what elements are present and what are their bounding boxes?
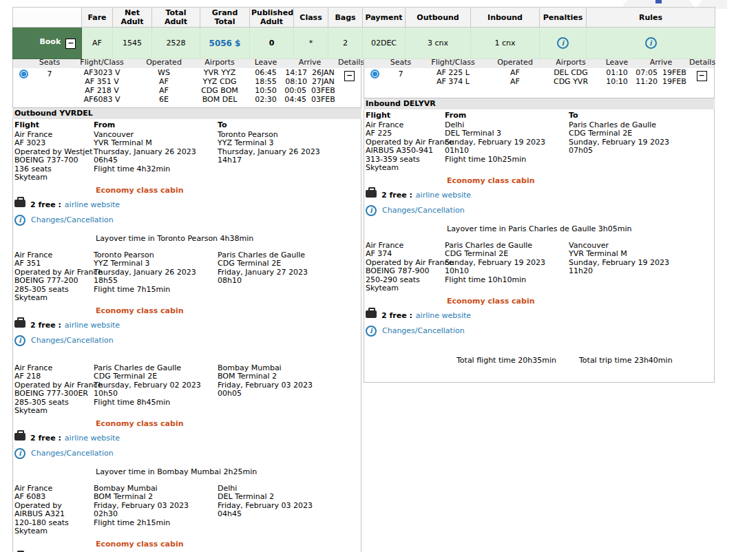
- baggage-allowance: 2 free :: [381, 311, 412, 320]
- info-icon: [14, 335, 25, 346]
- flight-segment: Air France AF 6083 Operated by AIRBUS A3…: [14, 485, 361, 552]
- flight-leg-row: 7 AF 225 L AF DEL CDG 01:10 07:05 19FEB: [364, 68, 714, 77]
- col-header-fare: Fare: [82, 8, 113, 28]
- collapse-fare-icon[interactable]: [65, 39, 76, 49]
- outbound-itinerary-radio[interactable]: [19, 70, 28, 78]
- inbound-flights-box: Seats Flight/Class Operated Airports Lea…: [364, 55, 715, 98]
- cabin-class-label: Economy class cabin: [96, 306, 361, 315]
- segment-flight-info: Air France AF 351 Operated by Air France…: [14, 251, 94, 303]
- inbound-panel: InboundSunday, February 19 2023 Seats Fl…: [364, 44, 715, 383]
- inbound-flights-table: Seats Flight/Class Operated Airports Lea…: [364, 56, 714, 86]
- outbound-section-title: Outbound YVRDEL: [12, 108, 361, 119]
- airline-website-link[interactable]: airline website: [416, 311, 471, 320]
- baggage-icon: [14, 200, 25, 207]
- col-header-payment: Payment: [363, 8, 406, 28]
- changes-cancellation-link[interactable]: Changes/Cancellation: [382, 206, 465, 215]
- flight-leg-row: AF6083 V 6E BOM DEL 02:30 04:45 03FEB: [13, 95, 361, 104]
- total-trip-time: Total trip time 23h40min: [579, 356, 673, 365]
- airline-website-link[interactable]: airline website: [65, 200, 120, 209]
- seats-value: 7: [385, 68, 417, 86]
- outbound-flights-table: Seats Flight/Class Operated Airports Lea…: [13, 56, 361, 104]
- segment-to-info: Paris Charles de Gaulle CDG Terminal 2E …: [569, 121, 714, 156]
- flight-leg-row: AF 374 L AF CDG YVR 10:10 11:20 19FEB: [364, 77, 714, 86]
- col-header-grand-total: Grand Total: [200, 8, 250, 28]
- flight-leg-row: 7 AF3023 V WS YVR YYZ 06:45 14:17 26JAN: [13, 68, 361, 77]
- changes-cancellation-link[interactable]: Changes/Cancellation: [382, 326, 465, 335]
- changes-cancellation-link[interactable]: Changes/Cancellation: [31, 336, 114, 345]
- info-icon: [366, 205, 377, 216]
- class-value: *: [294, 28, 328, 59]
- layover-note: Layover time in Bombay Mumbai 2h25min: [96, 467, 361, 476]
- cabin-class-label: Economy class cabin: [96, 419, 361, 428]
- grand-total-value[interactable]: 5056 $: [200, 28, 250, 59]
- flight-leg-row: AF 218 V AF CDG BOM 10:50 00:05 03FEB: [13, 86, 361, 95]
- baggage-allowance: 2 free :: [30, 321, 61, 330]
- book-button[interactable]: Book: [13, 28, 82, 59]
- col-header-net-adult: Net Adult: [113, 8, 152, 28]
- flight-segment: Air France AF 225 Operated by Air France…: [366, 121, 714, 233]
- outbound-flights-box: Seats Flight/Class Operated Airports Lea…: [12, 55, 361, 108]
- flight-segment: Air France AF 3023 Operated by Westjet B…: [14, 131, 361, 243]
- cabin-class-label: Economy class cabin: [96, 186, 361, 195]
- outbound-collapse-details-icon[interactable]: [344, 71, 355, 81]
- airline-website-link[interactable]: airline website: [65, 434, 120, 443]
- outbound-panel: OutboundThursday, January 26 2023 Seats …: [12, 44, 361, 552]
- seats-value: 7: [34, 68, 65, 104]
- outbound-details: Flight From To Air France AF 3023 Operat…: [12, 119, 361, 552]
- fare-results-page: Fare Net Adult Total Adult Grand Total P…: [0, 0, 756, 552]
- baggage-icon: [366, 190, 377, 198]
- segment-flight-info: Air France AF 225 Operated by Air France…: [366, 121, 445, 173]
- segment-from-info: Delhi DEL Terminal 3 Sunday, February 19…: [445, 121, 569, 164]
- col-header-outbound: Outbound: [406, 8, 471, 28]
- info-icon: [14, 215, 25, 226]
- col-header-penalties: Penalties: [540, 8, 587, 28]
- segment-flight-info: Air France AF 6083 Operated by AIRBUS A3…: [14, 485, 94, 536]
- info-icon: [14, 448, 25, 459]
- segment-flight-info: Air France AF 374 Operated by Air France…: [366, 242, 445, 293]
- info-icon: [366, 326, 377, 337]
- total-adult-value: 2528: [152, 28, 200, 59]
- cabin-class-label: Economy class cabin: [96, 540, 361, 549]
- layover-note: Layover time in Paris Charles de Gaulle …: [447, 224, 714, 233]
- segment-flight-info: Air France AF 3023 Operated by Westjet B…: [14, 131, 94, 182]
- total-flight-time: Total flight time 20h35min: [456, 356, 556, 365]
- details-column-headers: Flight From To: [366, 112, 714, 120]
- inbound-itinerary-radio[interactable]: [370, 70, 379, 78]
- col-header-inbound: Inbound: [471, 8, 540, 28]
- airline-website-link[interactable]: airline website: [416, 191, 471, 200]
- airline-website-link[interactable]: airline website: [65, 321, 120, 330]
- book-button-label: Book: [39, 37, 61, 46]
- trip-totals: Total flight time 20h35minTotal trip tim…: [437, 347, 714, 374]
- segment-to-info: Toronto Pearson YYZ Terminal 3 Thursday,…: [218, 131, 361, 165]
- fare-header-row: Fare Net Adult Total Adult Grand Total P…: [13, 8, 715, 28]
- changes-cancellation-link[interactable]: Changes/Cancellation: [31, 215, 114, 224]
- baggage-allowance: 2 free :: [30, 200, 61, 209]
- empty-header-cell: [13, 8, 82, 28]
- segment-flight-info: Air France AF 218 Operated by Air France…: [14, 364, 94, 416]
- flight-segment: Air France AF 374 Operated by Air France…: [366, 242, 714, 337]
- inbound-collapse-details-icon[interactable]: [697, 71, 707, 81]
- payment-value: 02DEC: [363, 28, 406, 59]
- net-adult-value: 1545: [113, 28, 152, 59]
- segment-from-info: Toronto Pearson YYZ Terminal 3 Thursday,…: [94, 251, 218, 295]
- changes-cancellation-link[interactable]: Changes/Cancellation: [31, 449, 114, 458]
- flight-leg-row: AF 351 V AF YYZ CDG 18:55 08:10 27JAN: [13, 77, 361, 86]
- flight-segment: Air France AF 351 Operated by Air France…: [14, 251, 361, 360]
- baggage-icon: [366, 310, 377, 318]
- inbound-details: Flight From To Air France AF 225 Operate…: [364, 109, 715, 383]
- cabin-class-label: Economy class cabin: [447, 297, 714, 306]
- fare-summary-table: Fare Net Adult Total Adult Grand Total P…: [12, 7, 715, 59]
- segment-from-info: Bombay Mumbai BOM Terminal 2 Friday, Feb…: [94, 485, 218, 528]
- segment-from-info: Paris Charles de Gaulle CDG Terminal 2E …: [94, 364, 218, 407]
- penalties-info-icon[interactable]: [557, 37, 569, 49]
- col-header-rules: Rules: [587, 8, 715, 28]
- inbound-section-title: Inbound DELYVR: [364, 98, 715, 109]
- rules-info-icon[interactable]: [645, 37, 657, 49]
- col-header-published-adult: Published Adult: [250, 8, 294, 28]
- segment-to-info: Bombay Mumbai BOM Terminal 2 Friday, Feb…: [218, 364, 361, 399]
- segment-from-info: Paris Charles de Gaulle CDG Terminal 2E …: [445, 242, 569, 285]
- col-header-total-adult: Total Adult: [152, 8, 200, 28]
- details-column-headers: Flight From To: [14, 121, 361, 130]
- col-header-bags: Bags: [328, 8, 363, 28]
- fare-row: Book AF 1545 2528 5056 $ 0 * 2 02DEC 3 c…: [13, 28, 715, 59]
